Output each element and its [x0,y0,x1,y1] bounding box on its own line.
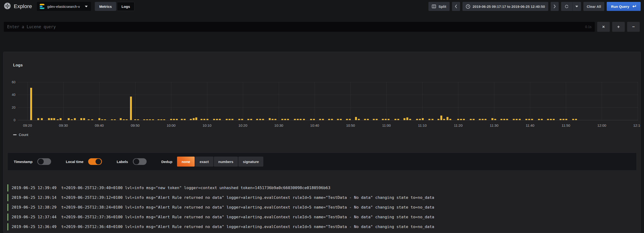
histogram-bar [419,119,421,120]
toggle-knob [96,159,101,164]
histogram-bar [190,119,192,120]
log-line: 2019-06-25 12:36:49t=2019-06-25T12:36:48… [7,223,434,231]
histogram-bar [300,119,302,120]
histogram-bar [516,119,518,120]
gridline [386,82,387,120]
mode-toggle: Metrics Logs [95,2,134,11]
histogram-bar [176,119,178,120]
histogram-bar [364,119,366,120]
histogram-bar [228,119,230,120]
histogram-bar [287,119,289,120]
toggle-knob [38,159,44,164]
gridline [422,82,422,120]
log-line: 2019-06-25 12:37:44t=2019-06-25T12:37:36… [7,214,434,221]
histogram-bar [181,119,183,120]
histogram-bar [134,119,136,120]
log-row[interactable]: 2019-06-25 12:39:14t=2019-06-25T12:39:12… [7,193,640,202]
run-query-button[interactable]: Run Query [607,2,641,11]
timestamp-toggle[interactable] [37,158,51,165]
remove-query-button[interactable]: × [597,22,610,32]
histogram-bar [272,119,274,120]
logs-histogram-plot[interactable]: 09:2009:3009:4009:5010:0010:1010:2010:30… [18,82,638,120]
refresh-button[interactable] [561,2,572,11]
gridline [99,82,100,120]
histogram-bar [158,119,160,120]
explore-compass-icon [4,2,11,10]
dedup-option-signature[interactable]: signature [238,157,264,167]
histogram-bar [269,118,271,120]
local-time-toggle[interactable] [88,158,102,165]
chevron-down-icon [85,6,88,7]
dedup-option-exact[interactable]: exact [195,157,213,167]
add-query-button[interactable]: + [612,22,625,32]
dedup-option-none[interactable]: none [177,157,195,167]
gridline [18,107,638,108]
log-row[interactable]: 2019-06-25 12:37:44t=2019-06-25T12:37:36… [7,212,640,222]
gridline [458,82,458,120]
log-line: 2019-06-25 12:39:14t=2019-06-25T12:39:12… [7,194,434,201]
clock-icon [466,4,470,9]
toggle-knob [134,159,139,164]
time-forward-button[interactable] [550,2,559,11]
histogram-bar [101,119,103,120]
time-range-picker[interactable]: 2019-06-25 09:17:17 to 2019-06-25 12:40:… [462,2,548,11]
brand: Explore [4,2,32,10]
histogram-bar [88,119,90,120]
time-back-button[interactable] [452,2,460,11]
tab-metrics[interactable]: Metrics [95,2,116,11]
histogram-bar [355,117,357,120]
histogram-bar [394,119,396,120]
collapse-query-button[interactable]: − [627,22,640,32]
histogram-bar [460,119,462,120]
log-timestamp: 2019-06-25 12:39:49 [12,186,56,190]
x-axis-tick: 11:20 [454,123,462,127]
histogram-bar [482,119,484,120]
gridline [18,95,638,95]
chart-legend[interactable]: Count [13,133,28,137]
gridline [530,82,530,120]
x-axis-tick: 09:40 [95,123,104,127]
log-row[interactable]: 2019-06-25 12:36:49t=2019-06-25T12:36:48… [7,222,640,232]
histogram-bar [146,119,148,120]
histogram-bar [406,117,408,120]
datasource-picker[interactable]: gdev-elasticsearch-v [37,2,91,11]
refresh-button-group [561,2,581,11]
x-axis-tick: 11:50 [562,123,570,127]
histogram-bar [206,119,208,120]
histogram-bar [500,119,502,120]
histogram-bar [367,119,369,120]
histogram-bar [50,118,52,120]
histogram-bar [219,119,221,120]
dedup-button-group: noneexactnumberssignature [177,157,263,167]
histogram-bar [143,119,145,120]
histogram-bar [376,119,378,120]
histogram-bar [562,119,564,120]
split-button[interactable]: Split [428,2,450,11]
histogram-bar [91,119,93,120]
histogram-bar [319,119,321,120]
gridline [638,82,638,120]
lucene-query-input[interactable] [4,22,595,32]
clear-all-button[interactable]: Clear All [584,2,604,11]
tab-logs[interactable]: Logs [117,2,134,11]
log-timestamp: 2019-06-25 12:36:49 [12,225,56,229]
histogram-bar [484,119,486,120]
histogram-bar [48,118,50,120]
histogram-bar [358,119,360,120]
refresh-interval-dropdown[interactable] [572,2,581,11]
histogram-bar [204,119,205,120]
x-axis-tick: 10:40 [310,123,319,127]
log-row[interactable]: 2019-06-25 12:38:29t=2019-06-25T12:38:24… [7,202,640,212]
log-row[interactable]: 2019-06-25 12:39:49t=2019-06-25T12:39:40… [7,183,640,193]
histogram-bar [513,119,515,120]
histogram-bar [503,119,505,120]
dedup-option-numbers[interactable]: numbers [214,157,238,167]
histogram-bar [241,119,243,120]
gridline [494,82,494,120]
chevron-left-icon [454,4,458,8]
elasticsearch-icon [40,4,44,9]
labels-toggle[interactable] [133,158,146,165]
histogram-bar [470,119,472,120]
histogram-bar [98,118,100,120]
query-elapsed-time: 0.1s [585,25,592,29]
